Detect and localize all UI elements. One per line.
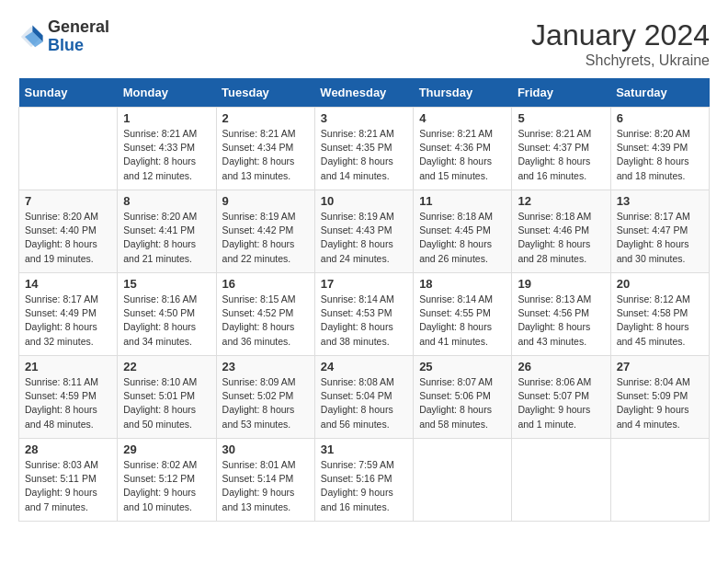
day-number: 4 (419, 111, 506, 125)
day-number: 26 (518, 360, 604, 373)
day-details: Sunrise: 8:16 AMSunset: 4:50 PMDaylight:… (123, 293, 210, 349)
day-details: Sunrise: 8:17 AMSunset: 4:47 PMDaylight:… (617, 210, 703, 266)
calendar-week-row: 1 Sunrise: 8:21 AMSunset: 4:33 PMDayligh… (19, 108, 710, 190)
table-row: 1 Sunrise: 8:21 AMSunset: 4:33 PMDayligh… (118, 108, 216, 190)
day-number: 12 (518, 194, 604, 208)
table-row: 31 Sunrise: 7:59 AMSunset: 5:16 PMDaylig… (314, 439, 413, 522)
day-details: Sunrise: 8:17 AMSunset: 4:49 PMDaylight:… (25, 293, 111, 349)
table-row: 20 Sunrise: 8:12 AMSunset: 4:58 PMDaylig… (610, 273, 709, 356)
table-row: 21 Sunrise: 8:11 AMSunset: 4:59 PMDaylig… (19, 356, 118, 439)
table-row: 2 Sunrise: 8:21 AMSunset: 4:34 PMDayligh… (216, 108, 314, 190)
day-number: 30 (222, 442, 309, 456)
day-details: Sunrise: 8:20 AMSunset: 4:41 PMDaylight:… (123, 210, 210, 266)
day-number: 1 (123, 111, 210, 125)
day-details: Sunrise: 8:21 AMSunset: 4:33 PMDaylight:… (123, 127, 210, 183)
table-row: 4 Sunrise: 8:21 AMSunset: 4:36 PMDayligh… (414, 108, 512, 190)
calendar-week-row: 28 Sunrise: 8:03 AMSunset: 5:11 PMDaylig… (19, 439, 710, 522)
day-details: Sunrise: 8:12 AMSunset: 4:58 PMDaylight:… (617, 293, 703, 349)
day-number: 29 (123, 442, 210, 456)
calendar-week-row: 14 Sunrise: 8:17 AMSunset: 4:49 PMDaylig… (19, 273, 710, 356)
logo-blue: Blue (48, 36, 84, 54)
col-sunday: Sunday (19, 78, 118, 108)
day-number: 17 (321, 277, 407, 291)
day-number: 3 (321, 111, 407, 125)
calendar-week-row: 21 Sunrise: 8:11 AMSunset: 4:59 PMDaylig… (19, 356, 710, 439)
day-details: Sunrise: 8:13 AMSunset: 4:56 PMDaylight:… (518, 293, 604, 349)
day-number: 2 (222, 111, 309, 125)
col-tuesday: Tuesday (216, 78, 314, 108)
day-details: Sunrise: 8:02 AMSunset: 5:12 PMDaylight:… (123, 458, 210, 514)
table-row: 13 Sunrise: 8:17 AMSunset: 4:47 PMDaylig… (610, 190, 709, 273)
day-number: 8 (123, 194, 210, 208)
day-details: Sunrise: 8:21 AMSunset: 4:34 PMDaylight:… (222, 127, 309, 183)
table-row: 27 Sunrise: 8:04 AMSunset: 5:09 PMDaylig… (610, 356, 709, 439)
table-row: 25 Sunrise: 8:07 AMSunset: 5:06 PMDaylig… (414, 356, 512, 439)
table-row (512, 439, 610, 522)
header: General Blue January 2024 Shchyrets, Ukr… (18, 18, 710, 69)
table-row: 19 Sunrise: 8:13 AMSunset: 4:56 PMDaylig… (512, 273, 610, 356)
day-details: Sunrise: 8:18 AMSunset: 4:45 PMDaylight:… (419, 210, 506, 266)
day-number: 25 (419, 360, 506, 373)
day-details: Sunrise: 8:04 AMSunset: 5:09 PMDaylight:… (617, 375, 703, 431)
day-details: Sunrise: 8:21 AMSunset: 4:35 PMDaylight:… (321, 127, 407, 183)
day-number: 31 (321, 442, 407, 456)
day-number: 14 (25, 277, 111, 291)
table-row: 17 Sunrise: 8:14 AMSunset: 4:53 PMDaylig… (314, 273, 413, 356)
table-row: 30 Sunrise: 8:01 AMSunset: 5:14 PMDaylig… (216, 439, 314, 522)
day-number: 19 (518, 277, 604, 291)
col-thursday: Thursday (414, 78, 512, 108)
day-number: 11 (419, 194, 506, 208)
table-row: 6 Sunrise: 8:20 AMSunset: 4:39 PMDayligh… (610, 108, 709, 190)
day-number: 20 (617, 277, 703, 291)
title-area: January 2024 Shchyrets, Ukraine (531, 18, 710, 69)
table-row: 9 Sunrise: 8:19 AMSunset: 4:42 PMDayligh… (216, 190, 314, 273)
table-row (414, 439, 512, 522)
logo-text: General Blue (48, 18, 109, 55)
table-row: 8 Sunrise: 8:20 AMSunset: 4:41 PMDayligh… (118, 190, 216, 273)
table-row: 15 Sunrise: 8:16 AMSunset: 4:50 PMDaylig… (118, 273, 216, 356)
day-details: Sunrise: 7:59 AMSunset: 5:16 PMDaylight:… (321, 458, 407, 514)
table-row: 12 Sunrise: 8:18 AMSunset: 4:46 PMDaylig… (512, 190, 610, 273)
table-row: 24 Sunrise: 8:08 AMSunset: 5:04 PMDaylig… (314, 356, 413, 439)
day-details: Sunrise: 8:06 AMSunset: 5:07 PMDaylight:… (518, 375, 604, 431)
day-details: Sunrise: 8:11 AMSunset: 4:59 PMDaylight:… (25, 375, 111, 431)
day-details: Sunrise: 8:15 AMSunset: 4:52 PMDaylight:… (222, 293, 309, 349)
day-number: 21 (25, 360, 111, 373)
day-details: Sunrise: 8:19 AMSunset: 4:42 PMDaylight:… (222, 210, 309, 266)
day-details: Sunrise: 8:08 AMSunset: 5:04 PMDaylight:… (321, 375, 407, 431)
table-row: 16 Sunrise: 8:15 AMSunset: 4:52 PMDaylig… (216, 273, 314, 356)
table-row: 7 Sunrise: 8:20 AMSunset: 4:40 PMDayligh… (19, 190, 118, 273)
day-number: 6 (617, 111, 703, 125)
table-row (19, 108, 118, 190)
day-details: Sunrise: 8:09 AMSunset: 5:02 PMDaylight:… (222, 375, 309, 431)
day-details: Sunrise: 8:19 AMSunset: 4:43 PMDaylight:… (321, 210, 407, 266)
day-details: Sunrise: 8:10 AMSunset: 5:01 PMDaylight:… (123, 375, 210, 431)
day-details: Sunrise: 8:14 AMSunset: 4:53 PMDaylight:… (321, 293, 407, 349)
day-number: 23 (222, 360, 309, 373)
col-saturday: Saturday (610, 78, 709, 108)
table-row: 11 Sunrise: 8:18 AMSunset: 4:45 PMDaylig… (414, 190, 512, 273)
day-details: Sunrise: 8:21 AMSunset: 4:36 PMDaylight:… (419, 127, 506, 183)
table-row (610, 439, 709, 522)
day-details: Sunrise: 8:18 AMSunset: 4:46 PMDaylight:… (518, 210, 604, 266)
day-details: Sunrise: 8:20 AMSunset: 4:39 PMDaylight:… (617, 127, 703, 183)
day-number: 27 (617, 360, 703, 373)
day-number: 18 (419, 277, 506, 291)
day-number: 22 (123, 360, 210, 373)
day-number: 5 (518, 111, 604, 125)
day-number: 7 (25, 194, 111, 208)
day-details: Sunrise: 8:07 AMSunset: 5:06 PMDaylight:… (419, 375, 506, 431)
col-wednesday: Wednesday (314, 78, 413, 108)
table-row: 22 Sunrise: 8:10 AMSunset: 5:01 PMDaylig… (118, 356, 216, 439)
day-details: Sunrise: 8:01 AMSunset: 5:14 PMDaylight:… (222, 458, 309, 514)
calendar-header-row: Sunday Monday Tuesday Wednesday Thursday… (19, 78, 710, 108)
day-details: Sunrise: 8:03 AMSunset: 5:11 PMDaylight:… (25, 458, 111, 514)
month-year: January 2024 (531, 18, 710, 52)
col-friday: Friday (512, 78, 610, 108)
table-row: 23 Sunrise: 8:09 AMSunset: 5:02 PMDaylig… (216, 356, 314, 439)
table-row: 5 Sunrise: 8:21 AMSunset: 4:37 PMDayligh… (512, 108, 610, 190)
calendar-week-row: 7 Sunrise: 8:20 AMSunset: 4:40 PMDayligh… (19, 190, 710, 273)
logo: General Blue (18, 18, 109, 55)
table-row: 29 Sunrise: 8:02 AMSunset: 5:12 PMDaylig… (118, 439, 216, 522)
table-row: 14 Sunrise: 8:17 AMSunset: 4:49 PMDaylig… (19, 273, 118, 356)
